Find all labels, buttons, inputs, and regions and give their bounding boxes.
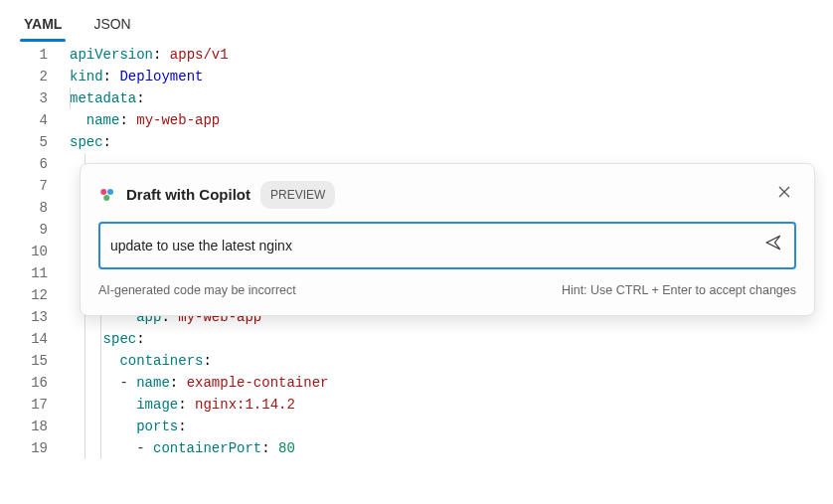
svg-point-2 xyxy=(103,195,109,201)
line-number: 14 xyxy=(0,328,70,350)
copilot-popup: Draft with Copilot PREVIEW AI-generated … xyxy=(80,163,815,316)
line-number: 3 xyxy=(0,87,70,109)
code-line: 17 image: nginx:1.14.2 xyxy=(0,394,833,416)
close-icon[interactable] xyxy=(772,180,796,210)
code-line: 16 - name: example-container xyxy=(0,372,833,394)
code-editor[interactable]: 1 apiVersion: apps/v1 2 kind: Deployment… xyxy=(0,42,833,459)
tab-json[interactable]: JSON xyxy=(89,10,134,42)
preview-badge: PREVIEW xyxy=(260,181,335,209)
code-line: 3 metadata: xyxy=(0,87,833,109)
line-number: 17 xyxy=(0,394,70,416)
copilot-icon xyxy=(98,186,116,204)
line-number: 7 xyxy=(0,175,70,197)
line-number: 12 xyxy=(0,284,70,306)
copilot-title: Draft with Copilot xyxy=(126,184,250,206)
copilot-input[interactable] xyxy=(110,238,762,253)
line-number: 8 xyxy=(0,197,70,219)
line-number: 6 xyxy=(0,153,70,175)
code-line: 14 spec: xyxy=(0,328,833,350)
line-number: 13 xyxy=(0,306,70,328)
line-number: 5 xyxy=(0,131,70,153)
format-tabs: YAML JSON xyxy=(0,0,833,42)
line-number: 1 xyxy=(0,44,70,66)
tab-yaml[interactable]: YAML xyxy=(20,10,66,42)
send-icon[interactable] xyxy=(762,232,784,259)
code-line: 19 - containerPort: 80 xyxy=(0,437,833,459)
line-number: 11 xyxy=(0,262,70,284)
copilot-hint: Hint: Use CTRL + Enter to accept changes xyxy=(562,279,796,301)
code-line: 4 name: my-web-app xyxy=(0,109,833,131)
line-number: 4 xyxy=(0,109,70,131)
code-line: 18 ports: xyxy=(0,416,833,437)
line-number: 10 xyxy=(0,241,70,262)
svg-point-0 xyxy=(100,189,106,195)
line-number: 16 xyxy=(0,372,70,394)
line-number: 9 xyxy=(0,219,70,241)
copilot-input-wrap xyxy=(98,222,796,269)
line-number: 18 xyxy=(0,416,70,437)
code-line: 15 containers: xyxy=(0,350,833,372)
code-line: 2 kind: Deployment xyxy=(0,66,833,87)
code-line: 5 spec: xyxy=(0,131,833,153)
copilot-disclaimer: AI-generated code may be incorrect xyxy=(98,279,296,301)
line-number: 2 xyxy=(0,66,70,87)
line-number: 19 xyxy=(0,437,70,459)
line-number: 15 xyxy=(0,350,70,372)
code-line: 1 apiVersion: apps/v1 xyxy=(0,44,833,66)
svg-point-1 xyxy=(107,189,113,195)
